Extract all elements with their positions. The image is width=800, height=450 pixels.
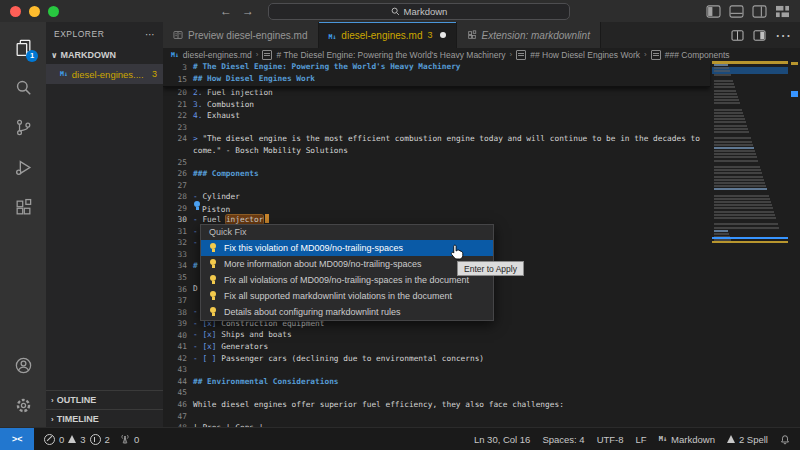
explorer-icon[interactable]: 1	[6, 30, 40, 64]
indentation[interactable]: Spaces: 4	[542, 434, 584, 445]
cursor-position[interactable]: Ln 30, Col 16	[474, 434, 531, 445]
line-number[interactable]: 46	[163, 400, 193, 409]
eol-indicator[interactable]: LF	[636, 434, 647, 445]
minimap-line	[714, 166, 760, 168]
line-number[interactable]: 23	[163, 123, 193, 132]
section-markdown[interactable]: ∨ MARKDOWN	[46, 46, 163, 64]
back-icon[interactable]: ←	[220, 0, 232, 22]
line-number[interactable]: 29	[163, 204, 193, 213]
customize-layout-icon[interactable]	[775, 5, 790, 18]
minimap-line	[714, 74, 731, 76]
line-number[interactable]: 34	[163, 261, 193, 270]
toggle-secondary-sidebar-icon[interactable]	[752, 5, 767, 18]
run-debug-icon[interactable]	[6, 150, 40, 184]
zoom-window-button[interactable]	[48, 6, 59, 17]
source-control-icon[interactable]	[6, 110, 40, 144]
code-token: -	[193, 307, 198, 316]
quick-fix-item[interactable]: Fix all supported markdownlint violation…	[201, 288, 493, 304]
line-number[interactable]: 30	[163, 215, 193, 224]
tab-extension[interactable]: Extension: markdownlint	[457, 22, 601, 48]
line-number[interactable]: 40	[163, 331, 193, 340]
forward-icon[interactable]: →	[242, 0, 254, 22]
line-number[interactable]: 43	[163, 365, 193, 374]
line-number[interactable]: 26	[163, 169, 193, 178]
code-line: 42- [ ] Passenger cars (declining due to…	[163, 353, 800, 365]
command-center[interactable]: Markdown	[268, 3, 570, 20]
line-number[interactable]: 35	[163, 273, 193, 282]
search-icon[interactable]	[6, 70, 40, 104]
code-token: Cylinder	[198, 192, 240, 201]
line-number[interactable]: 3	[163, 63, 193, 72]
language-mode[interactable]: M↓ Markdown	[659, 434, 715, 445]
section-outline[interactable]: › OUTLINE	[46, 390, 163, 409]
line-number[interactable]: 25	[163, 158, 193, 167]
minimap-warning-line	[712, 241, 788, 243]
breadcrumb-item[interactable]: ## How Diesel Engines Work	[530, 50, 640, 60]
tab-label: diesel-engines.md	[341, 30, 422, 41]
line-number[interactable]: 15	[163, 75, 193, 84]
quick-fix-item[interactable]: Details about configuring markdownlint r…	[201, 304, 493, 320]
status-bar-right: Ln 30, Col 16 Spaces: 4 UTF-8 LF M↓ Mark…	[474, 434, 800, 445]
editor-layout-icon[interactable]	[753, 30, 766, 41]
close-window-button[interactable]	[10, 6, 21, 17]
remote-indicator[interactable]: ><	[0, 428, 34, 450]
code-text: come." - Bosch Mobility Solutions	[193, 145, 348, 157]
lightbulb-icon[interactable]	[193, 201, 202, 212]
breadcrumb-file[interactable]: diesel-engines.md	[183, 50, 252, 60]
quick-fix-item[interactable]: Fix all violations of MD009/no-trailing-…	[201, 272, 493, 288]
settings-gear-icon[interactable]	[6, 388, 40, 422]
quick-fix-label: More information about MD009/no-trailing…	[224, 259, 422, 269]
more-actions-icon[interactable]: ⋯	[775, 26, 791, 45]
notifications-bell-icon[interactable]	[780, 434, 790, 445]
toggle-panel-icon[interactable]	[729, 5, 744, 18]
code-text: -	[193, 306, 198, 318]
breadcrumb-separator: ›	[510, 50, 513, 59]
code-text: 4. Exhaust	[193, 110, 240, 122]
line-number[interactable]: 24	[163, 134, 193, 143]
problems-summary[interactable]: 0 3 2	[44, 434, 110, 445]
markdown-file-icon: M↓	[171, 51, 179, 59]
line-number[interactable]: 21	[163, 100, 193, 109]
line-number[interactable]: 37	[163, 296, 193, 305]
extensions-icon[interactable]	[6, 190, 40, 224]
minimap[interactable]	[712, 61, 788, 428]
minimap-line	[714, 141, 752, 143]
line-number[interactable]: 39	[163, 319, 193, 328]
toggle-sidebar-icon[interactable]	[706, 5, 721, 18]
account-icon[interactable]	[6, 348, 40, 382]
minimap-line	[714, 70, 730, 72]
minimize-window-button[interactable]	[29, 6, 40, 17]
minimap-line	[714, 211, 774, 213]
tab-diesel-engines[interactable]: M↓diesel-engines.md3	[319, 22, 457, 48]
line-number[interactable]: 45	[163, 388, 193, 397]
line-number[interactable]: 42	[163, 354, 193, 363]
code-line: 43	[163, 364, 800, 376]
line-number[interactable]: 28	[163, 192, 193, 201]
line-number[interactable]: 20	[163, 88, 193, 97]
quick-fix-popup: Quick Fix Fix this violation of MD009/no…	[200, 224, 494, 321]
tab-preview[interactable]: Preview diesel-engines.md	[163, 22, 319, 48]
line-number[interactable]: 44	[163, 377, 193, 386]
overview-ruler[interactable]	[788, 61, 800, 428]
line-number[interactable]: 22	[163, 111, 193, 120]
line-number[interactable]: 38	[163, 308, 193, 317]
line-number[interactable]: 41	[163, 342, 193, 351]
spell-checker[interactable]: 2 Spell	[727, 434, 768, 445]
line-number[interactable]: 27	[163, 181, 193, 190]
minimap-line	[714, 185, 766, 187]
line-number[interactable]: 33	[163, 250, 193, 259]
code-text: 2. Fuel injection	[193, 87, 273, 99]
split-editor-icon[interactable]	[731, 30, 744, 41]
line-number[interactable]: 36	[163, 285, 193, 294]
modified-dot-icon[interactable]	[440, 32, 446, 38]
section-timeline[interactable]: › TIMELINE	[46, 409, 163, 428]
encoding[interactable]: UTF-8	[597, 434, 624, 445]
breadcrumb-item[interactable]: ### Components	[665, 50, 730, 60]
line-number[interactable]: 47	[163, 412, 193, 421]
ports-indicator[interactable]: 0	[120, 434, 139, 445]
line-number[interactable]: 31	[163, 227, 193, 236]
line-number[interactable]: 32	[163, 238, 193, 247]
breadcrumb-item[interactable]: # The Diesel Engine: Powering the World'…	[276, 50, 505, 60]
more-actions-icon[interactable]: ⋯	[145, 29, 155, 40]
file-item-diesel-engines[interactable]: M↓ diesel-engines.... 3	[46, 64, 163, 84]
